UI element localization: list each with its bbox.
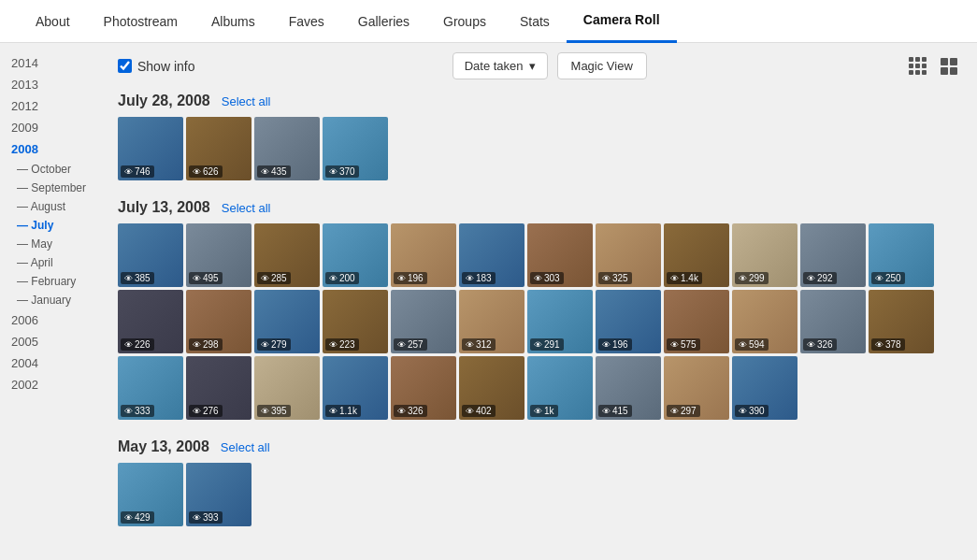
photo-thumbnail[interactable]: 👁 326 bbox=[391, 356, 456, 420]
sidebar-month-september[interactable]: — September bbox=[0, 179, 103, 197]
photo-thumbnail[interactable]: 👁 435 bbox=[254, 117, 320, 180]
photo-thumbnail[interactable]: 👁 279 bbox=[254, 290, 320, 353]
photo-thumbnail[interactable]: 👁 276 bbox=[186, 356, 251, 420]
photo-thumbnail[interactable]: 👁 297 bbox=[664, 356, 729, 420]
photo-view-count: 👁 370 bbox=[325, 165, 359, 178]
photo-thumbnail[interactable]: 👁 415 bbox=[596, 356, 661, 420]
eye-icon: 👁 bbox=[124, 274, 133, 283]
photo-view-count: 👁 279 bbox=[257, 338, 291, 351]
photo-thumbnail[interactable]: 👁 1.1k bbox=[323, 356, 388, 420]
photo-view-count: 👁 226 bbox=[121, 338, 154, 351]
photo-thumbnail[interactable]: 👁 312 bbox=[459, 290, 524, 353]
sidebar-month-april[interactable]: — April bbox=[0, 253, 103, 272]
photo-view-count: 👁 326 bbox=[803, 338, 837, 351]
photo-thumbnail[interactable]: 👁 385 bbox=[118, 223, 183, 287]
nav-albums[interactable]: Albums bbox=[194, 0, 272, 43]
photo-thumbnail[interactable]: 👁 250 bbox=[869, 223, 934, 287]
photo-thumbnail[interactable]: 👁 1.4k bbox=[664, 223, 729, 287]
sidebar-month-july[interactable]: — July bbox=[0, 216, 103, 235]
eye-icon: 👁 bbox=[534, 407, 542, 416]
sidebar-month-august[interactable]: — August bbox=[0, 197, 103, 216]
section-title: July 13, 2008 bbox=[118, 199, 210, 216]
sidebar-year-2004[interactable]: 2004 bbox=[0, 352, 103, 374]
photo-thumbnail[interactable]: 👁 390 bbox=[732, 356, 797, 420]
nav-about[interactable]: About bbox=[19, 0, 87, 43]
photo-thumbnail[interactable]: 👁 393 bbox=[186, 463, 251, 526]
photo-thumbnail[interactable]: 👁 292 bbox=[800, 223, 866, 287]
photo-thumbnail[interactable]: 👁 626 bbox=[186, 117, 251, 180]
photo-view-count: 👁 333 bbox=[121, 405, 154, 417]
photo-view-count: 👁 594 bbox=[735, 338, 769, 351]
eye-icon: 👁 bbox=[397, 274, 406, 283]
photo-thumbnail[interactable]: 👁 223 bbox=[323, 290, 388, 353]
sidebar-year-2006[interactable]: 2006 bbox=[0, 309, 103, 331]
photo-thumbnail[interactable]: 👁 303 bbox=[527, 223, 593, 287]
sidebar-year-2013[interactable]: 2013 bbox=[0, 74, 103, 95]
photo-thumbnail[interactable]: 👁 370 bbox=[323, 117, 388, 180]
section-may13: May 13, 2008Select all👁 429👁 393 bbox=[118, 438, 962, 526]
eye-icon: 👁 bbox=[466, 340, 474, 350]
date-taken-button[interactable]: Date taken ▾ bbox=[453, 52, 548, 79]
nav-photostream[interactable]: Photostream bbox=[87, 0, 194, 43]
nav-stats[interactable]: Stats bbox=[503, 0, 567, 43]
photo-view-count: 👁 393 bbox=[189, 511, 223, 524]
eye-icon: 👁 bbox=[193, 513, 201, 523]
photo-thumbnail[interactable]: 👁 746 bbox=[118, 117, 183, 180]
photo-thumbnail[interactable]: 👁 196 bbox=[596, 290, 661, 353]
nav-groups[interactable]: Groups bbox=[426, 0, 503, 43]
eye-icon: 👁 bbox=[329, 274, 338, 283]
sidebar-year-2008[interactable]: 2008 bbox=[0, 138, 103, 160]
eye-icon: 👁 bbox=[602, 407, 611, 416]
eye-icon: 👁 bbox=[670, 340, 679, 350]
photo-thumbnail[interactable]: 👁 226 bbox=[118, 290, 183, 353]
photo-thumbnail[interactable]: 👁 325 bbox=[596, 223, 661, 287]
photo-thumbnail[interactable]: 👁 291 bbox=[527, 290, 593, 353]
photo-thumbnail[interactable]: 👁 326 bbox=[800, 290, 866, 353]
select-all-link[interactable]: Select all bbox=[222, 94, 271, 108]
sidebar-year-2014[interactable]: 2014 bbox=[0, 52, 103, 74]
show-info-checkbox[interactable] bbox=[118, 59, 132, 73]
photo-view-count: 👁 200 bbox=[325, 272, 359, 284]
photo-thumbnail[interactable]: 👁 594 bbox=[732, 290, 797, 353]
sidebar-month-february[interactable]: — February bbox=[0, 272, 103, 291]
main-content: Show info Date taken ▾ Magic View bbox=[103, 43, 977, 560]
photo-grid: 👁 746👁 626👁 435👁 370 bbox=[118, 117, 962, 180]
sidebar-year-2005[interactable]: 2005 bbox=[0, 331, 103, 352]
photo-thumbnail[interactable]: 👁 575 bbox=[664, 290, 729, 353]
photo-thumbnail[interactable]: 👁 495 bbox=[186, 223, 251, 287]
nav-faves[interactable]: Faves bbox=[272, 0, 341, 43]
photo-thumbnail[interactable]: 👁 395 bbox=[254, 356, 320, 420]
photo-thumbnail[interactable]: 👁 378 bbox=[869, 290, 934, 353]
magic-view-button[interactable]: Magic View bbox=[557, 52, 647, 79]
magic-view-label: Magic View bbox=[571, 59, 633, 73]
sidebar-year-2009[interactable]: 2009 bbox=[0, 117, 103, 138]
sidebar-month-january[interactable]: — January bbox=[0, 291, 103, 309]
nav-galleries[interactable]: Galleries bbox=[341, 0, 426, 43]
photo-thumbnail[interactable]: 👁 257 bbox=[391, 290, 456, 353]
photo-thumbnail[interactable]: 👁 429 bbox=[118, 463, 183, 526]
show-info-label[interactable]: Show info bbox=[118, 59, 194, 74]
eye-icon: 👁 bbox=[534, 340, 542, 350]
photo-thumbnail[interactable]: 👁 285 bbox=[254, 223, 320, 287]
select-all-link[interactable]: Select all bbox=[222, 201, 271, 215]
select-all-link[interactable]: Select all bbox=[221, 440, 270, 454]
date-taken-label: Date taken bbox=[465, 59, 524, 73]
photo-thumbnail[interactable]: 👁 333 bbox=[118, 356, 183, 420]
grid-small-view-icon[interactable] bbox=[904, 53, 930, 79]
photo-thumbnail[interactable]: 👁 299 bbox=[732, 223, 797, 287]
sidebar-year-2012[interactable]: 2012 bbox=[0, 95, 103, 117]
photo-thumbnail[interactable]: 👁 298 bbox=[186, 290, 251, 353]
sidebar-month-october[interactable]: — October bbox=[0, 160, 103, 179]
nav-camera-roll[interactable]: Camera Roll bbox=[567, 0, 677, 43]
photo-view-count: 👁 429 bbox=[121, 511, 154, 524]
photo-view-count: 👁 385 bbox=[121, 272, 154, 284]
grid-large-view-icon[interactable] bbox=[936, 53, 962, 79]
photo-thumbnail[interactable]: 👁 1k bbox=[527, 356, 593, 420]
photo-thumbnail[interactable]: 👁 183 bbox=[459, 223, 524, 287]
photo-thumbnail[interactable]: 👁 402 bbox=[459, 356, 524, 420]
photo-thumbnail[interactable]: 👁 200 bbox=[323, 223, 388, 287]
photo-thumbnail[interactable]: 👁 196 bbox=[391, 223, 456, 287]
photo-view-count: 👁 183 bbox=[462, 272, 496, 284]
sidebar-month-may[interactable]: — May bbox=[0, 235, 103, 253]
sidebar-year-2002[interactable]: 2002 bbox=[0, 374, 103, 395]
